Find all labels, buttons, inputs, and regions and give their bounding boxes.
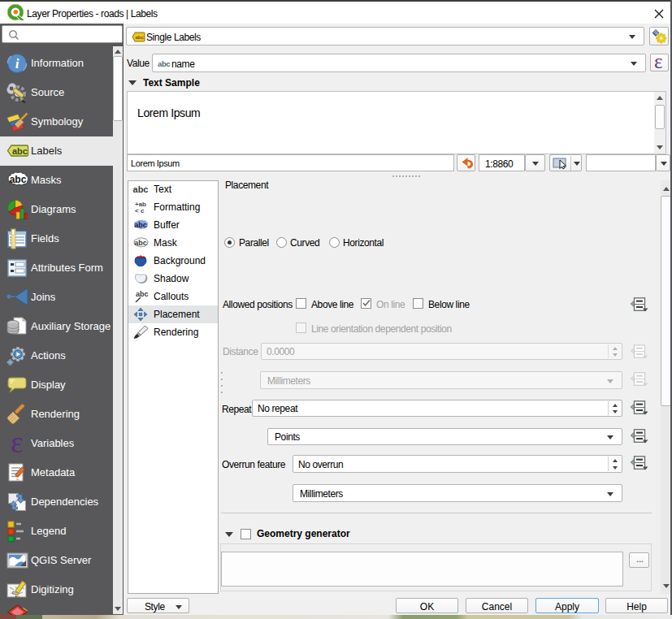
svg-text:abc: abc xyxy=(10,174,27,185)
svg-text:< c: < c xyxy=(135,207,145,214)
svg-text:abc: abc xyxy=(134,221,147,229)
svg-text:abc: abc xyxy=(12,146,28,156)
svg-text:i: i xyxy=(15,56,20,71)
svg-text:abc: abc xyxy=(136,290,149,298)
svg-text:ε: ε xyxy=(11,433,24,454)
svg-text:abc: abc xyxy=(134,239,147,247)
svg-text:abc: abc xyxy=(136,35,145,40)
svg-text:abc: abc xyxy=(133,184,149,194)
